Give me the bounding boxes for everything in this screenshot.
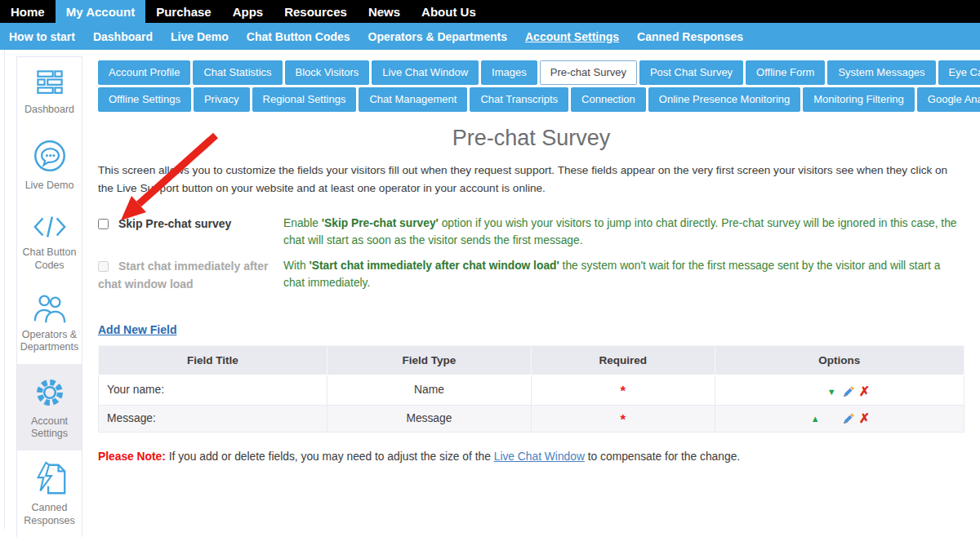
main-content: Account Profile Chat Statistics Block Vi… bbox=[98, 50, 964, 463]
tab-connection[interactable]: Connection bbox=[571, 87, 646, 112]
field-title-cell: Your name: bbox=[99, 375, 327, 405]
intro-text: This screen allows you to customize the … bbox=[98, 162, 964, 198]
skip-prechat-option: Skip Pre-chat survey bbox=[98, 215, 283, 233]
field-row-message: Message: Message * ▲ ✗ bbox=[99, 405, 964, 432]
skip-prechat-description: Enable 'Skip Pre-chat survey' option if … bbox=[283, 215, 964, 249]
subnav-item-how-to-start[interactable]: How to start bbox=[0, 30, 84, 43]
settings-tabs-row-2: Offline Settings Privacy Regional Settin… bbox=[98, 87, 964, 112]
subnav-item-operators-departments[interactable]: Operators & Departments bbox=[359, 30, 516, 43]
sidebar-item-chat-button-codes[interactable]: Chat Button Codes bbox=[17, 202, 82, 282]
skip-prechat-checkbox[interactable] bbox=[98, 219, 109, 229]
top-navigation: Home My Account Purchase Apps Resources … bbox=[0, 0, 980, 23]
desc-prefix: Enable bbox=[283, 217, 322, 229]
page-title: Pre-chat Survey bbox=[98, 126, 964, 151]
live-chat-window-link[interactable]: Live Chat Window bbox=[494, 450, 585, 463]
topnav-item-home[interactable]: Home bbox=[0, 0, 56, 23]
sidebar-label: Operators & Departments bbox=[20, 329, 79, 354]
note-text-1: If you add or delete fields, you may nee… bbox=[166, 450, 494, 463]
live-demo-icon bbox=[29, 135, 70, 176]
subnav-item-canned-responses[interactable]: Canned Responses bbox=[628, 30, 752, 43]
tab-privacy[interactable]: Privacy bbox=[194, 87, 250, 112]
sidebar: Dashboard Live Demo Chat Button Codes Op… bbox=[16, 56, 82, 537]
tab-online-presence-monitoring[interactable]: Online Presence Monitoring bbox=[648, 87, 800, 112]
desc-bold: 'Start chat immediately after chat windo… bbox=[309, 260, 559, 272]
move-up-icon[interactable]: ▲ bbox=[809, 414, 822, 424]
tab-account-profile[interactable]: Account Profile bbox=[98, 60, 190, 85]
subnav-item-account-settings[interactable]: Account Settings bbox=[516, 30, 628, 43]
subnav-item-dashboard[interactable]: Dashboard bbox=[84, 30, 162, 43]
tab-block-visitors[interactable]: Block Visitors bbox=[285, 60, 370, 85]
left-divider bbox=[4, 50, 5, 529]
tab-pre-chat-survey[interactable]: Pre-chat Survey bbox=[540, 60, 637, 85]
edit-pencil-icon[interactable] bbox=[842, 412, 855, 425]
column-header-field-type: Field Type bbox=[327, 345, 531, 375]
tab-system-messages[interactable]: System Messages bbox=[827, 60, 935, 85]
sidebar-item-canned-responses[interactable]: Canned Responses bbox=[17, 450, 82, 537]
topnav-item-apps[interactable]: Apps bbox=[222, 0, 274, 23]
required-cell: * bbox=[531, 375, 715, 405]
desc-prefix: With bbox=[283, 260, 309, 272]
move-down-icon[interactable]: ▼ bbox=[826, 387, 838, 397]
tab-offline-settings[interactable]: Offline Settings bbox=[98, 87, 191, 112]
gear-icon bbox=[30, 373, 69, 412]
add-new-field-link[interactable]: Add New Field bbox=[98, 323, 176, 336]
tab-images[interactable]: Images bbox=[481, 60, 537, 85]
note-text-2: to compensate for the change. bbox=[585, 450, 740, 463]
option-row-start-immediately: Start chat immediately after chat window… bbox=[98, 258, 964, 293]
topnav-item-purchase[interactable]: Purchase bbox=[145, 0, 222, 23]
field-type-cell: Name bbox=[327, 375, 531, 405]
sidebar-label: Dashboard bbox=[20, 104, 79, 117]
sidebar-item-account-settings[interactable]: Account Settings bbox=[17, 364, 82, 450]
tab-google-analytics[interactable]: Google Analytics bbox=[917, 87, 980, 112]
tab-offline-form[interactable]: Offline Form bbox=[746, 60, 825, 85]
delete-icon[interactable]: ✗ bbox=[859, 412, 870, 425]
please-note: Please Note: If you add or delete fields… bbox=[98, 450, 964, 463]
sidebar-item-dashboard[interactable]: Dashboard bbox=[17, 57, 82, 126]
delete-icon[interactable]: ✗ bbox=[859, 385, 870, 398]
tab-eye-catcher[interactable]: Eye Catcher bbox=[938, 60, 980, 85]
tab-chat-transcripts[interactable]: Chat Transcripts bbox=[470, 87, 568, 112]
fields-table-header-row: Field Title Field Type Required Options bbox=[99, 345, 964, 375]
tab-monitoring-filtering[interactable]: Monitoring Filtering bbox=[803, 87, 915, 112]
required-asterisk: * bbox=[621, 384, 626, 399]
topnav-item-resources[interactable]: Resources bbox=[274, 0, 358, 23]
sidebar-item-live-demo[interactable]: Live Demo bbox=[17, 126, 82, 202]
column-header-required: Required bbox=[531, 345, 715, 375]
sidebar-item-operators-departments[interactable]: Operators & Departments bbox=[17, 282, 82, 364]
tab-post-chat-survey[interactable]: Post Chat Survey bbox=[639, 60, 743, 85]
option-row-skip-prechat: Skip Pre-chat survey Enable 'Skip Pre-ch… bbox=[98, 215, 964, 249]
subnav-item-live-demo[interactable]: Live Demo bbox=[162, 30, 238, 43]
subnav-item-chat-button-codes[interactable]: Chat Button Codes bbox=[238, 30, 359, 43]
topnav-item-my-account[interactable]: My Account bbox=[56, 0, 145, 23]
options-cell: ▲ ✗ bbox=[715, 405, 964, 432]
start-immediately-label: Start chat immediately after chat window… bbox=[98, 260, 269, 291]
operators-icon bbox=[31, 291, 69, 326]
settings-tabs-row-1: Account Profile Chat Statistics Block Vi… bbox=[98, 60, 964, 85]
start-immediately-checkbox[interactable] bbox=[98, 261, 109, 272]
tab-regional-settings[interactable]: Regional Settings bbox=[252, 87, 357, 112]
fields-table: Field Title Field Type Required Options … bbox=[98, 345, 964, 433]
required-cell: * bbox=[531, 405, 715, 432]
account-navigation: How to start Dashboard Live Demo Chat Bu… bbox=[0, 23, 980, 50]
desc-bold: 'Skip Pre-chat survey' bbox=[322, 217, 439, 229]
column-header-field-title: Field Title bbox=[99, 345, 327, 375]
start-immediately-description: With 'Start chat immediately after chat … bbox=[283, 258, 964, 291]
topnav-item-about-us[interactable]: About Us bbox=[411, 0, 487, 23]
tab-chat-statistics[interactable]: Chat Statistics bbox=[193, 60, 282, 85]
edit-pencil-icon[interactable] bbox=[842, 385, 855, 398]
please-note-label: Please Note: bbox=[98, 450, 166, 463]
survey-options: Skip Pre-chat survey Enable 'Skip Pre-ch… bbox=[98, 215, 964, 294]
sidebar-label: Canned Responses bbox=[20, 502, 79, 527]
column-header-options: Options bbox=[715, 345, 964, 375]
field-row-your-name: Your name: Name * ▼ ✗ bbox=[99, 375, 964, 405]
required-asterisk: * bbox=[621, 412, 626, 428]
code-icon bbox=[31, 211, 69, 243]
tab-chat-management[interactable]: Chat Management bbox=[359, 87, 467, 112]
canned-responses-icon bbox=[31, 459, 69, 499]
sidebar-label: Account Settings bbox=[20, 415, 79, 441]
options-cell: ▼ ✗ bbox=[715, 375, 964, 405]
field-type-cell: Message bbox=[327, 405, 531, 432]
topnav-item-news[interactable]: News bbox=[358, 0, 411, 23]
tab-live-chat-window[interactable]: Live Chat Window bbox=[372, 60, 479, 85]
sidebar-label: Chat Button Codes bbox=[20, 246, 79, 272]
